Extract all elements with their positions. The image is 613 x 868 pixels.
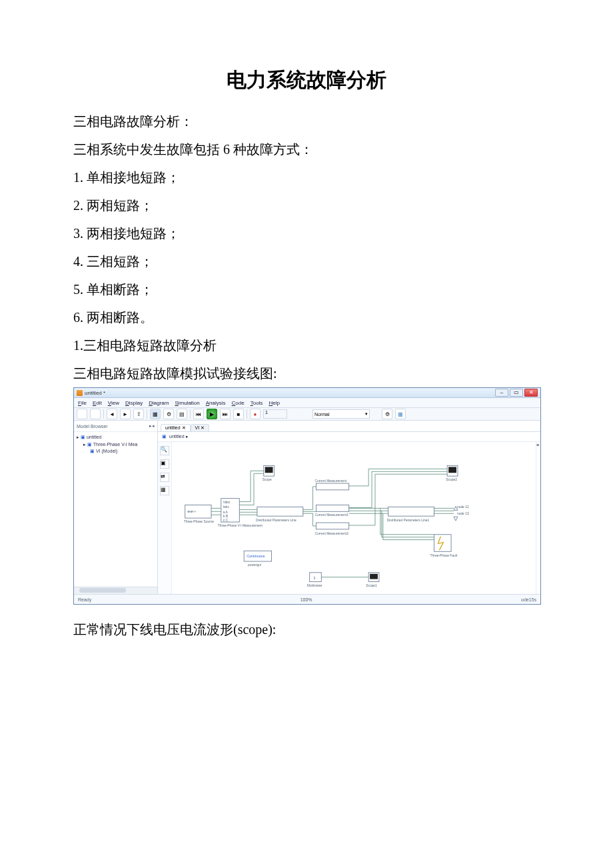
library-button[interactable]: ▦ [150, 409, 161, 419]
svg-text:c  C: c C [223, 519, 229, 522]
back-button[interactable]: ◄ [107, 409, 117, 419]
svg-text:Current Measurement2: Current Measurement2 [314, 531, 348, 535]
svg-rect-21 [448, 467, 456, 473]
svg-text:Multimeter: Multimeter [307, 584, 322, 587]
menu-view[interactable]: View [108, 400, 119, 406]
tool-bar: ◄ ► ⇧ ▦ ⚙ ▤ ⏮ ▶ ⏭ ■ ● 1 Normal▾ ⚙ ▦ [74, 408, 540, 421]
tree-node[interactable]: ▸ ▣ Three-Phase V-I Mea [77, 441, 155, 449]
after-image-caption: 正常情况下线电压电流波形(scope): [73, 615, 540, 643]
svg-text:3: 3 [313, 576, 315, 579]
menu-edit[interactable]: Edit [93, 400, 102, 406]
svg-text:Scope: Scope [263, 478, 272, 481]
svg-text:Current Measurement1: Current Measurement1 [314, 513, 348, 517]
menu-tools[interactable]: Tools [251, 400, 263, 406]
zoom-tool-icon[interactable]: 🔍 [160, 446, 169, 455]
svg-text:node 12: node 12 [457, 505, 469, 509]
svg-text:Three-Phase Fault: Three-Phase Fault [430, 554, 458, 557]
svg-text:Scope1: Scope1 [366, 584, 377, 587]
svg-text:Scope2: Scope2 [446, 478, 457, 481]
record-button[interactable]: ● [250, 409, 261, 419]
tab-vi[interactable]: VI ✕ [191, 424, 210, 431]
bookmarks-button[interactable]: ▦ [395, 409, 406, 419]
svg-text:a  A: a A [223, 511, 229, 514]
svg-text:Vabc: Vabc [223, 501, 231, 504]
status-zoom: 100% [301, 597, 312, 602]
simulink-canvas[interactable]: ⊕⊕⊦⊦ Three-Phase Source Vabc Iabc a A b … [172, 442, 536, 594]
svg-text:node 13: node 13 [457, 512, 469, 515]
svg-text:Distributed Parameters Line: Distributed Parameters Line [256, 519, 297, 522]
annotation-tool-icon[interactable]: ⇄ [160, 473, 169, 482]
svg-rect-12 [257, 507, 303, 516]
canvas-palette: 🔍 ▣ ⇄ ▦ [158, 442, 172, 594]
model-tabs: untitled ✕ VI ✕ [158, 421, 540, 432]
list-item: 6. 两相断路。 [73, 303, 540, 331]
svg-text:Three-Phase
V-I Measurement: Three-Phase V-I Measurement [218, 524, 263, 527]
menu-simulation[interactable]: Simulation [175, 400, 199, 406]
list-item: 4. 三相短路； [73, 247, 540, 275]
simulink-window: untitled * – ▭ ✕ File Edit View Display … [73, 387, 541, 605]
list-item: 3. 两相接地短路； [73, 219, 540, 247]
status-ready: Ready [78, 597, 91, 602]
menu-analysis[interactable]: Analysis [206, 400, 226, 406]
step-forward-button[interactable]: ⏭ [220, 409, 231, 419]
forward-button[interactable]: ► [120, 409, 131, 419]
breadcrumb[interactable]: ▣ untitled ▸ [158, 432, 540, 442]
menu-file[interactable]: File [78, 400, 87, 406]
step-back-button[interactable]: ⏮ [193, 409, 204, 419]
fit-tool-icon[interactable]: ▣ [160, 459, 169, 469]
svg-text:Continuous: Continuous [247, 554, 265, 558]
new-model-button[interactable] [77, 409, 87, 419]
svg-rect-23 [388, 507, 434, 516]
save-button[interactable] [90, 409, 101, 419]
stop-button[interactable]: ■ [233, 409, 244, 419]
close-button[interactable]: ✕ [524, 389, 538, 397]
model-browser-panel: Model Browser ▸◂ ▸ ▣ untitled ▸ ▣ Three-… [74, 421, 158, 594]
maximize-button[interactable]: ▭ [510, 389, 523, 397]
build-button[interactable]: ⚙ [382, 409, 392, 419]
status-solver: ode15s [521, 597, 536, 602]
page-title: 电力系统故障分析 [73, 67, 540, 94]
svg-text:Distributed Parameters Line1: Distributed Parameters Line1 [387, 519, 430, 522]
tree-node[interactable]: ▣ VI (Model) [77, 448, 155, 455]
canvas-collapse-icon[interactable]: « [536, 442, 540, 594]
svg-rect-18 [316, 523, 348, 529]
svg-rect-38 [370, 573, 378, 579]
config-button[interactable]: ⚙ [163, 409, 174, 419]
model-browser-header: Model Browser [77, 424, 108, 429]
window-title: untitled * [85, 390, 105, 396]
svg-text:Iabc: Iabc [223, 505, 230, 509]
svg-marker-27 [454, 517, 458, 521]
intro-line-2: 三相系统中发生故障包括 6 种故障方式： [73, 135, 540, 163]
minimize-button[interactable]: – [495, 389, 508, 397]
intro-line-1: 三相电路故障分析： [73, 107, 540, 135]
panel-pin-icon[interactable]: ▸◂ [149, 423, 155, 429]
up-button[interactable]: ⇧ [133, 409, 144, 419]
run-button[interactable]: ▶ [207, 409, 217, 419]
svg-text:powergui: powergui [248, 563, 261, 567]
section-1-caption: 三相电路短路故障模拟试验接线图: [73, 359, 540, 387]
list-item: 5. 单相断路； [73, 275, 540, 303]
svg-rect-14 [316, 483, 348, 490]
list-item: 1. 单相接地短路； [73, 163, 540, 191]
svg-text:b  B: b B [223, 515, 229, 518]
window-titlebar[interactable]: untitled * – ▭ ✕ [74, 388, 540, 398]
tab-untitled[interactable]: untitled ✕ [161, 424, 191, 431]
simulation-mode-select[interactable]: Normal▾ [312, 409, 370, 419]
menu-code[interactable]: Code [232, 400, 245, 406]
svg-rect-10 [265, 467, 273, 473]
svg-rect-34 [310, 573, 322, 582]
explorer-button[interactable]: ▤ [177, 409, 187, 419]
tree-root[interactable]: ▸ ▣ untitled [77, 434, 155, 441]
menu-diagram[interactable]: Diagram [149, 400, 169, 406]
menu-bar: File Edit View Display Diagram Simulatio… [74, 398, 540, 408]
stop-time-input[interactable]: 1 [263, 409, 287, 419]
image-tool-icon[interactable]: ▦ [160, 486, 169, 495]
svg-rect-16 [316, 505, 348, 511]
menu-help[interactable]: Help [269, 400, 279, 406]
menu-display[interactable]: Display [125, 400, 143, 406]
browser-scrollbar[interactable] [74, 587, 157, 594]
status-bar: Ready 100% ode15s [74, 594, 540, 604]
list-item: 2. 两相短路； [73, 191, 540, 219]
simulink-icon [77, 390, 83, 396]
svg-text:⊕⊕⊦⊦: ⊕⊕⊦⊦ [187, 510, 197, 513]
